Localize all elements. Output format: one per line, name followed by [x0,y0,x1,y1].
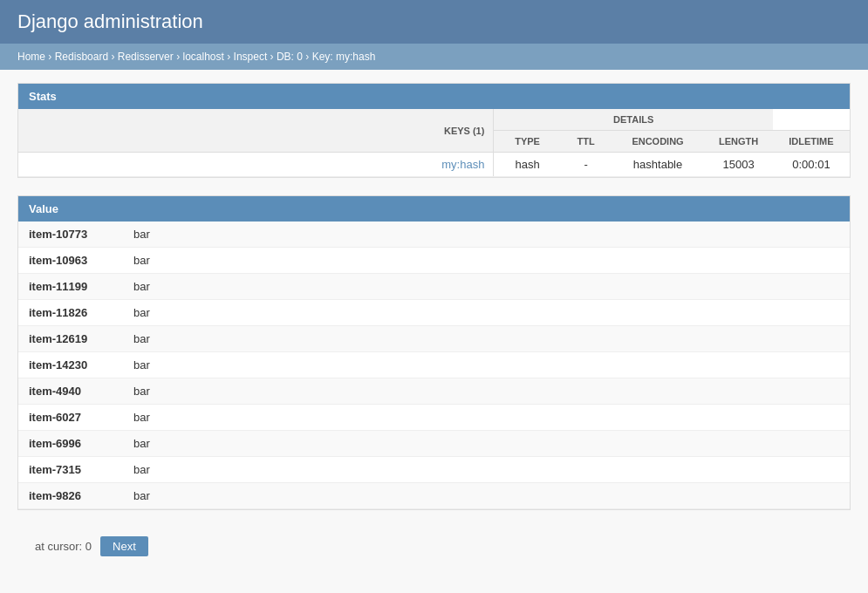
breadcrumb-redisboard[interactable]: Redisboard [55,51,108,63]
list-item: item-10773bar [18,222,850,248]
stats-row: my:hash hash - hashtable 15003 0:00:01 [18,153,850,177]
item-key: item-11826 [18,300,123,326]
item-key: item-6027 [18,405,123,431]
stats-encoding: hashtable [612,153,705,177]
item-value: bar [123,274,850,300]
list-item: item-6027bar [18,405,850,431]
item-value: bar [123,222,850,248]
item-key: item-14230 [18,352,123,378]
item-value: bar [123,326,850,352]
breadcrumb-sep: › [227,51,233,63]
item-value: bar [123,431,850,457]
list-item: item-7315bar [18,457,850,483]
cursor-label: at cursor: 0 [35,540,92,553]
breadcrumb-sep: › [270,51,277,63]
list-item: item-11199bar [18,274,850,300]
list-item: item-9826bar [18,483,850,509]
site-header: Django administration [0,0,868,44]
list-item: item-11826bar [18,300,850,326]
item-value: bar [123,300,850,326]
breadcrumb-current: Key: my:hash [312,51,376,63]
item-key: item-6996 [18,431,123,457]
item-value: bar [123,378,850,405]
item-value: bar [123,405,850,431]
stats-idletime: 0:00:01 [773,153,850,177]
item-key: item-12619 [18,326,123,352]
next-button[interactable]: Next [100,536,148,556]
item-value: bar [123,352,850,378]
value-table: item-10773baritem-10963baritem-11199bari… [18,222,850,509]
item-key: item-10963 [18,248,123,274]
item-key: item-11199 [18,274,123,300]
stats-length: 15003 [704,153,772,177]
encoding-col-header: ENCODING [612,131,705,153]
breadcrumb-sep: › [111,51,117,63]
breadcrumb-db[interactable]: DB: 0 [277,51,303,63]
item-value: bar [123,483,850,509]
breadcrumb-localhost[interactable]: localhost [182,51,223,63]
main-content: Stats KEYS (1) DETAILS TYPE TTL [0,70,868,578]
breadcrumb-sep: › [48,51,54,63]
site-title: Django administration [17,10,851,33]
stats-type: hash [494,153,561,177]
breadcrumb-inspect[interactable]: Inspect [234,51,268,63]
type-col-header: TYPE [494,131,561,153]
pagination: at cursor: 0 Next [17,528,851,565]
item-value: bar [123,248,850,274]
breadcrumb: Home › Redisboard › Redisserver › localh… [0,44,868,70]
list-item: item-4940bar [18,378,850,405]
stats-key-name: my:hash [18,153,494,177]
stats-table: KEYS (1) DETAILS TYPE TTL ENCODING [18,109,850,177]
details-column-header: DETAILS [494,109,773,131]
list-item: item-6996bar [18,431,850,457]
breadcrumb-home[interactable]: Home [17,51,45,63]
item-key: item-9826 [18,483,123,509]
item-value: bar [123,457,850,483]
idletime-col-header: IDLETIME [773,131,850,153]
item-key: item-4940 [18,378,123,405]
breadcrumb-sep: › [305,51,311,63]
list-item: item-10963bar [18,248,850,274]
stats-section: Stats KEYS (1) DETAILS TYPE TTL [17,83,851,178]
item-key: item-7315 [18,457,123,483]
ttl-col-header: TTL [561,131,612,153]
stats-section-header: Stats [18,84,850,109]
list-item: item-12619bar [18,326,850,352]
keys-column-header: KEYS (1) [18,109,494,153]
value-section: Value item-10773baritem-10963baritem-111… [17,195,851,510]
key-link[interactable]: my:hash [441,158,484,171]
stats-ttl: - [561,153,612,177]
value-section-header: Value [18,196,850,222]
breadcrumb-redisserver[interactable]: Redisserver [118,51,174,63]
item-key: item-10773 [18,222,123,248]
list-item: item-14230bar [18,352,850,378]
length-col-header: LENGTH [704,131,772,153]
